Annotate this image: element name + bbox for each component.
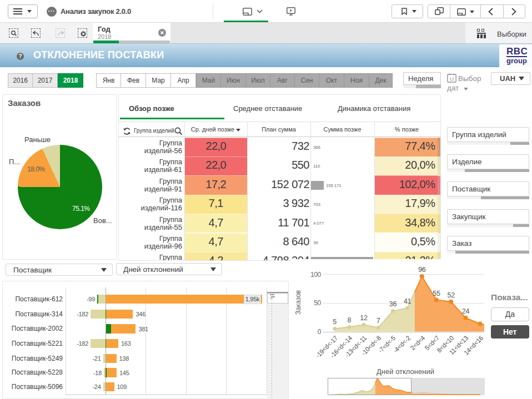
svg-text:12: 12 <box>449 77 454 82</box>
